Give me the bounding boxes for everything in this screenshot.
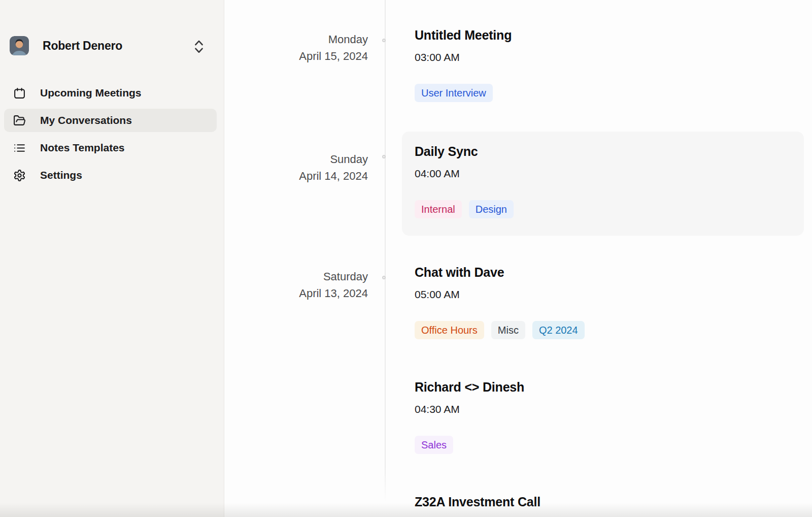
timeline-groups: Monday April 15, 2024 Untitled Meeting 0…: [224, 0, 812, 517]
meeting-title: Chat with Dave: [415, 265, 812, 280]
tag-badge: Sales: [415, 436, 453, 454]
meeting-time: 03:00 AM: [415, 51, 812, 63]
meeting-time: 04:30 AM: [415, 403, 812, 415]
tag-badge: Office Hours: [415, 321, 484, 339]
avatar: [10, 36, 29, 55]
meeting-item[interactable]: Untitled Meeting 03:00 AM User Interview: [415, 28, 812, 102]
meeting-item[interactable]: Chat with Dave 05:00 AM Office HoursMisc…: [415, 265, 812, 339]
date-group: Saturday April 13, 2024 Chat with Dave 0…: [224, 265, 812, 509]
tag-badge: Internal: [415, 200, 462, 218]
date-label: Saturday April 13, 2024: [224, 268, 368, 302]
date-label: Monday April 15, 2024: [224, 31, 368, 64]
timeline-dot: [382, 155, 386, 158]
sidebar-item-label: Upcoming Meetings: [40, 87, 142, 99]
date-label: Sunday April 14, 2024: [224, 151, 368, 184]
date-label-day: Sunday: [224, 151, 368, 168]
meeting-tags: InternalDesign: [415, 200, 791, 218]
meeting-title: Z32A Investment Call: [415, 495, 812, 509]
list-icon: [13, 142, 26, 154]
meeting-tags: User Interview: [415, 84, 812, 102]
meeting-tags: Sales: [415, 436, 812, 454]
sidebar-item-label: Notes Templates: [40, 142, 125, 154]
sidebar-item-my-conversations[interactable]: My Conversations: [4, 109, 217, 132]
tag-badge: Misc: [491, 321, 525, 339]
sidebar: Robert Denero Upcoming Meetings My Conve…: [0, 0, 224, 517]
sidebar-nav: Upcoming Meetings My Conversations Notes…: [4, 81, 217, 191]
meeting-item[interactable]: Z32A Investment Call: [415, 495, 812, 509]
sidebar-item-label: Settings: [40, 169, 82, 181]
date-group: Monday April 15, 2024 Untitled Meeting 0…: [224, 28, 812, 102]
sidebar-item-settings[interactable]: Settings: [4, 164, 217, 187]
meeting-time: 05:00 AM: [415, 288, 812, 301]
meeting-title: Daily Sync: [415, 144, 791, 159]
date-label-date: April 15, 2024: [224, 48, 368, 64]
tag-badge: Design: [469, 200, 514, 218]
profile-switcher-icon[interactable]: [193, 39, 205, 53]
date-label-day: Monday: [224, 31, 368, 48]
meeting-title: Richard <> Dinesh: [415, 380, 812, 395]
user-profile[interactable]: Robert Denero: [10, 36, 210, 55]
tag-badge: Q2 2024: [532, 321, 585, 339]
meeting-title: Untitled Meeting: [415, 28, 812, 43]
timeline-dot: [382, 39, 386, 42]
meeting-item[interactable]: Daily Sync 04:00 AM InternalDesign: [402, 132, 804, 236]
date-label-date: April 13, 2024: [224, 285, 368, 302]
meetings-list: Chat with Dave 05:00 AM Office HoursMisc…: [224, 265, 812, 509]
timeline-dot: [382, 276, 386, 279]
gear-icon: [13, 169, 26, 182]
folder-icon: [13, 114, 26, 127]
meeting-tags: Office HoursMiscQ2 2024: [415, 321, 812, 339]
meeting-item[interactable]: Richard <> Dinesh 04:30 AM Sales: [415, 380, 812, 454]
user-name: Robert Denero: [43, 39, 122, 53]
meetings-timeline[interactable]: Monday April 15, 2024 Untitled Meeting 0…: [224, 0, 812, 517]
date-label-day: Saturday: [224, 268, 368, 285]
date-label-date: April 14, 2024: [224, 168, 368, 184]
date-group: Sunday April 14, 2024 Daily Sync 04:00 A…: [224, 132, 812, 236]
tag-badge: User Interview: [415, 84, 493, 102]
calendar-icon: [13, 87, 26, 100]
meeting-time: 04:00 AM: [415, 167, 791, 180]
sidebar-item-upcoming-meetings[interactable]: Upcoming Meetings: [4, 81, 217, 105]
sidebar-item-notes-templates[interactable]: Notes Templates: [4, 136, 217, 159]
sidebar-item-label: My Conversations: [40, 114, 132, 126]
